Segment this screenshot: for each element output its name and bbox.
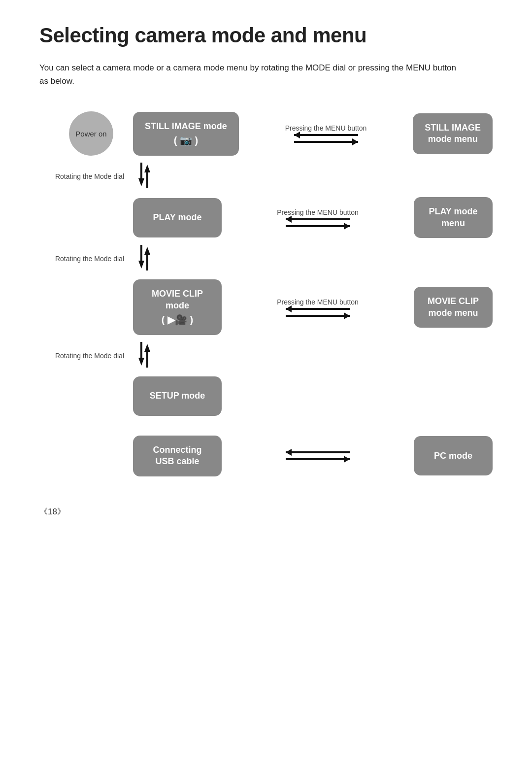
still-image-menu-label: STILL IMAGE xyxy=(425,122,481,134)
vert-arrows-svg-1 xyxy=(135,163,153,188)
row-still-image: Power on STILL IMAGE mode ( 📷 ) Pressing… xyxy=(49,111,493,156)
vert-row-3: Rotating the Mode dial xyxy=(49,339,153,372)
svg-marker-5 xyxy=(138,261,144,269)
usb-mode-sub: USB cable xyxy=(155,456,199,467)
setup-mode-label: SETUP mode xyxy=(150,390,205,402)
row-movie-clip: MOVIE CLIP mode ( ▶🎥 ) Pressing the MENU… xyxy=(49,279,493,335)
play-arrow-left xyxy=(286,218,350,220)
still-image-arrow-label: Pressing the MENU button xyxy=(285,124,367,132)
movie-arrows xyxy=(286,308,350,317)
usb-arrow-left xyxy=(286,451,350,453)
still-image-arrow-section: Pressing the MENU button xyxy=(239,124,413,143)
diagram: Power on STILL IMAGE mode ( 📷 ) Pressing… xyxy=(49,111,493,476)
play-arrow-right xyxy=(286,225,350,227)
still-image-arrow-left xyxy=(294,134,358,136)
left-poweron-area: Power on xyxy=(49,111,133,156)
still-image-arrow-right xyxy=(294,141,358,143)
rotate-label-2: Rotating the Mode dial xyxy=(49,255,133,263)
page-number: 《18》 xyxy=(39,506,493,517)
movie-clip-mode-sub2: mode xyxy=(166,300,189,311)
movie-arrow-right xyxy=(286,315,350,317)
movie-arrow-label: Pressing the MENU button xyxy=(277,298,359,306)
svg-marker-11 xyxy=(144,344,150,352)
usb-mode-label: Connecting xyxy=(153,444,202,456)
setup-mode-box: SETUP mode xyxy=(133,376,222,416)
play-menu-sub: menu xyxy=(441,218,465,229)
svg-marker-1 xyxy=(138,178,144,186)
still-image-arrows xyxy=(294,134,358,143)
pc-mode-box: PC mode xyxy=(414,436,493,475)
intro-text: You can select a camera mode or a camera… xyxy=(39,61,463,88)
play-arrow-section: Pressing the MENU button xyxy=(222,208,414,227)
play-menu-box: PLAY mode menu xyxy=(414,197,493,238)
play-arrows xyxy=(286,218,350,227)
usb-mode-box: Connecting USB cable xyxy=(133,436,222,476)
vert-arrows-svg-3 xyxy=(135,342,153,368)
usb-arrows xyxy=(286,451,350,460)
rotate-label-3: Rotating the Mode dial xyxy=(49,352,133,360)
rotate-label-1: Rotating the Mode dial xyxy=(49,172,133,180)
vert-arrows-2 xyxy=(135,245,153,272)
vert-arrows-1 xyxy=(135,163,153,190)
power-on-circle: Power on xyxy=(69,111,113,156)
still-image-mode-label: STILL IMAGE mode xyxy=(145,121,227,132)
movie-arrow-left xyxy=(286,308,350,310)
vert-arrows-3 xyxy=(135,342,153,370)
page-title: Selecting camera mode and menu xyxy=(39,24,493,47)
pc-mode-label: PC mode xyxy=(434,450,472,462)
row-play: PLAY mode Pressing the MENU button PLAY … xyxy=(49,197,493,238)
play-mode-box: PLAY mode xyxy=(133,198,222,237)
movie-clip-menu-label: MOVIE CLIP xyxy=(428,296,479,307)
movie-clip-icon: ( ▶🎥 ) xyxy=(162,313,193,326)
movie-clip-mode-box: MOVIE CLIP mode ( ▶🎥 ) xyxy=(133,279,222,335)
row-setup: SETUP mode xyxy=(49,376,493,416)
still-image-mode-box: STILL IMAGE mode ( 📷 ) xyxy=(133,112,239,156)
vert-arrows-svg-2 xyxy=(135,245,153,270)
usb-arrow-right xyxy=(286,458,350,460)
still-image-menu-sub: mode menu xyxy=(428,134,478,145)
play-mode-label: PLAY mode xyxy=(153,212,201,223)
row-usb: Connecting USB cable PC mode xyxy=(49,436,493,476)
vert-row-1: Rotating the Mode dial xyxy=(49,160,153,193)
power-on-label: Power on xyxy=(75,130,106,138)
still-image-icon: ( 📷 ) xyxy=(174,134,198,147)
movie-clip-menu-box: MOVIE CLIP mode menu xyxy=(414,287,493,328)
play-menu-label: PLAY mode xyxy=(429,206,477,217)
movie-clip-menu-sub: mode menu xyxy=(428,307,478,319)
usb-arrow-section xyxy=(222,451,414,460)
svg-marker-3 xyxy=(144,165,150,172)
svg-marker-9 xyxy=(138,358,144,366)
still-image-menu-box: STILL IMAGE mode menu xyxy=(413,113,493,154)
movie-arrow-section: Pressing the MENU button xyxy=(222,298,414,317)
vert-row-2: Rotating the Mode dial xyxy=(49,242,153,275)
movie-clip-mode-label: MOVIE CLIP xyxy=(152,288,203,300)
play-arrow-label: Pressing the MENU button xyxy=(277,208,359,216)
svg-marker-7 xyxy=(144,247,150,255)
